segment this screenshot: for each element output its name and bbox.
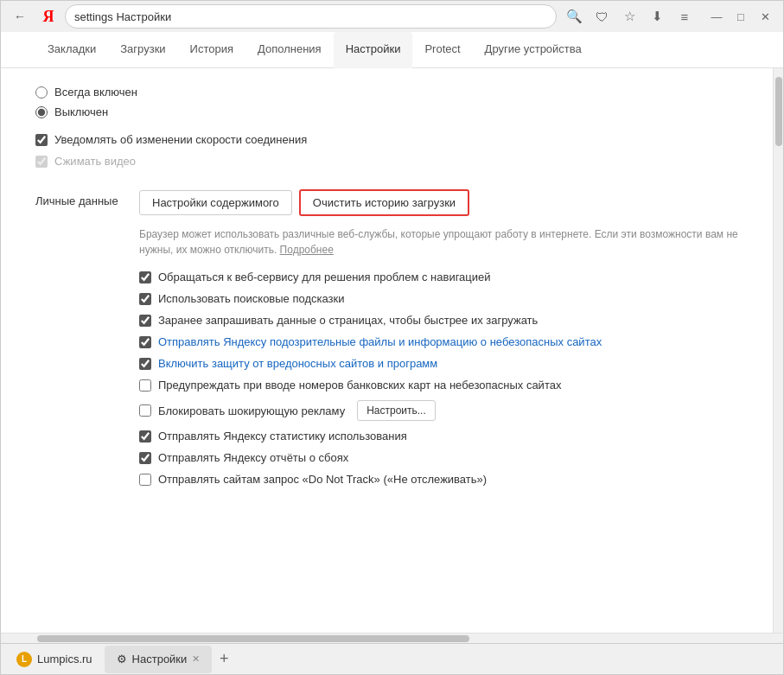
yandex-logo: Я [37,5,60,28]
horizontal-scrollbar[interactable] [1,633,783,643]
checkbox-label-3: Отправлять Яндексу подозрительные файлы … [158,335,602,348]
checkbox-input-5[interactable] [139,379,151,392]
buttons-row: Настройки содержимого Очистить историю з… [139,189,738,216]
nav-item-bookmarks[interactable]: Закладки [35,32,108,68]
desc-link[interactable]: Подробнее [280,244,334,256]
back-button[interactable]: ← [8,4,32,29]
radio-off: Выключен [35,102,738,122]
checkbox-item-1: Использовать поисковые подсказки [139,288,738,309]
radio-always-on-label: Всегда включен [54,86,137,99]
checkbox-input-8[interactable] [139,452,151,464]
content-main: Всегда включен Выключен Уведомлять об из… [1,68,773,633]
checkbox-input-6[interactable] [139,404,151,417]
toolbar-icons: 🔍 🛡 ☆ ⬇ ≡ [562,4,697,29]
search-icon[interactable]: 🔍 [562,4,586,29]
bottom-tab-bar: L Lumpics.ru ⚙ Настройки ✕ + [1,643,783,674]
checkbox-item-4: Включить защиту от вредоносных сайтов и … [139,353,738,374]
checkbox-item-8: Отправлять Яндексу отчёты о сбоях [139,447,738,468]
address-bar[interactable]: settings Настройки [65,4,557,29]
checkboxes-list: Обращаться к веб-сервису для решения про… [139,266,738,490]
desc-content: Браузер может использовать различные веб… [139,228,738,256]
browser-window: ← Я settings Настройки 🔍 🛡 ☆ ⬇ ≡ — □ ✕ З… [0,0,784,675]
content-area: Всегда включен Выключен Уведомлять об из… [1,68,783,633]
window-controls: — □ ✕ [705,4,776,29]
tab-lumpics[interactable]: L Lumpics.ru [4,646,105,673]
star-icon[interactable]: ☆ [617,4,641,29]
tab-settings[interactable]: ⚙ Настройки ✕ [105,646,213,673]
checkbox-label-8: Отправлять Яндексу отчёты о сбоях [158,451,348,464]
checkbox-notify: Уведомлять об изменении скорости соедине… [35,129,738,150]
configure-button-6[interactable]: Настроить... [357,400,436,421]
checkbox-input-1[interactable] [139,293,151,305]
minimize-button[interactable]: — [705,4,728,29]
scrollbar-thumb[interactable] [775,77,782,146]
checkbox-item-9: Отправлять сайтам запрос «Do Not Track» … [139,468,738,490]
checkbox-input-0[interactable] [139,271,151,283]
close-button[interactable]: ✕ [754,4,776,29]
checkbox-label-4: Включить защиту от вредоносных сайтов и … [158,357,437,370]
vertical-scrollbar[interactable] [773,68,783,633]
checkbox-label-6: Блокировать шокирующую рекламу [158,404,345,417]
personal-label: Личные данные [35,189,139,490]
personal-content: Настройки содержимого Очистить историю з… [139,189,738,490]
radio-off-label: Выключен [54,105,108,118]
tab-settings-close[interactable]: ✕ [192,653,200,665]
nav-item-history[interactable]: История [178,32,245,68]
clear-history-button[interactable]: Очистить историю загрузки [299,189,469,216]
download-icon[interactable]: ⬇ [645,4,669,29]
h-scrollbar-thumb[interactable] [37,635,469,642]
checkbox-item-0: Обращаться к веб-сервису для решения про… [139,266,738,288]
checkbox-compress: Сжимать видео [35,150,738,172]
checkbox-compress-input[interactable] [35,156,48,168]
checkbox-label-5: Предупреждать при вводе номеров банковск… [158,379,561,392]
content-settings-button[interactable]: Настройки содержимого [139,190,292,215]
new-tab-button[interactable]: + [212,647,236,672]
maximize-button[interactable]: □ [730,4,752,29]
checkbox-item-6: Блокировать шокирующую рекламуНастроить.… [139,396,738,425]
checkbox-notify-label: Уведомлять об изменении скорости соедине… [54,133,307,146]
radio-off-input[interactable] [35,106,48,118]
title-bar: ← Я settings Настройки 🔍 🛡 ☆ ⬇ ≡ — □ ✕ [1,1,783,32]
checkbox-label-2: Заранее запрашивать данные о страницах, … [158,314,538,327]
shield-icon[interactable]: 🛡 [590,4,614,29]
checkbox-item-5: Предупреждать при вводе номеров банковск… [139,374,738,396]
radio-always-on: Всегда включен [35,82,738,102]
radio-always-on-input[interactable] [35,86,48,99]
checkbox-compress-label: Сжимать видео [54,155,136,168]
nav-item-downloads[interactable]: Загрузки [108,32,177,68]
checkbox-item-3: Отправлять Яндексу подозрительные файлы … [139,331,738,353]
page-nav: Закладки Загрузки История Дополнения Нас… [1,32,783,68]
checkbox-input-2[interactable] [139,315,151,327]
nav-item-settings[interactable]: Настройки [334,32,413,68]
checkbox-notify-input[interactable] [35,134,48,146]
nav-item-addons[interactable]: Дополнения [245,32,334,68]
checkbox-item-7: Отправлять Яндексу статистику использова… [139,425,738,447]
checkbox-input-3[interactable] [139,336,151,348]
checkbox-label-0: Обращаться к веб-сервису для решения про… [158,271,491,283]
address-text: settings Настройки [74,10,171,23]
checkbox-input-4[interactable] [139,358,151,370]
checkbox-input-9[interactable] [139,474,151,486]
description-text: Браузер может использовать различные веб… [139,226,738,258]
nav-item-protect[interactable]: Protect [412,32,472,68]
menu-icon[interactable]: ≡ [672,4,697,29]
checkbox-input-7[interactable] [139,430,151,443]
checkbox-label-1: Использовать поисковые подсказки [158,292,345,305]
personal-section: Личные данные Настройки содержимого Очис… [35,172,738,499]
checkbox-label-7: Отправлять Яндексу статистику использова… [158,430,407,443]
checkbox-item-2: Заранее запрашивать данные о страницах, … [139,309,738,331]
radio-section: Всегда включен Выключен [35,68,738,129]
lumpics-icon: L [16,652,32,667]
tab-lumpics-label: Lumpics.ru [37,653,92,665]
nav-item-other-devices[interactable]: Другие устройства [473,32,594,68]
tab-settings-label: Настройки [132,653,188,665]
gear-icon: ⚙ [117,653,127,665]
checkbox-label-9: Отправлять сайтам запрос «Do Not Track» … [158,473,487,486]
